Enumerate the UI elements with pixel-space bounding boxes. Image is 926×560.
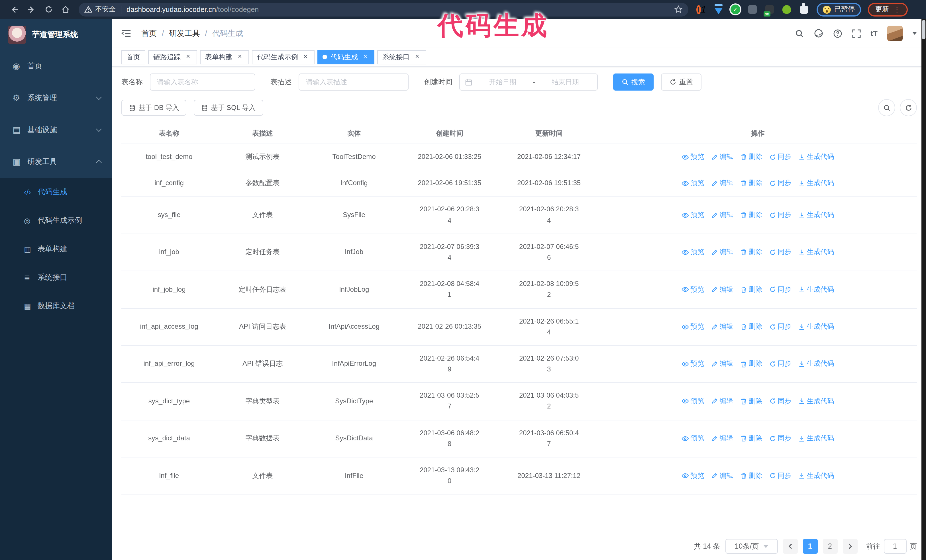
- edit-link[interactable]: 编辑: [711, 470, 733, 481]
- sidebar-item-home[interactable]: ◉首页: [0, 50, 112, 82]
- delete-link[interactable]: 删除: [740, 247, 763, 258]
- edit-link[interactable]: 编辑: [711, 284, 733, 295]
- generate-code-link[interactable]: 生成代码: [798, 247, 834, 258]
- security-warning[interactable]: 不安全: [84, 5, 116, 14]
- tab-close-icon[interactable]: ×: [184, 53, 192, 61]
- preview-link[interactable]: 预览: [682, 470, 704, 481]
- sidebar-subitem-codegen[interactable]: ‹/›代码生成: [0, 178, 112, 206]
- url-text[interactable]: dashboard.yudao.iocoder.cn/tool/codegen: [127, 5, 671, 14]
- create-time-range-picker[interactable]: 开始日期 - 结束日期: [459, 74, 598, 91]
- date-end-placeholder[interactable]: 结束日期: [539, 77, 592, 87]
- github-icon[interactable]: [814, 29, 823, 38]
- tab-close-icon[interactable]: ×: [361, 53, 369, 61]
- delete-link[interactable]: 删除: [740, 433, 763, 444]
- browser-menu-icon[interactable]: ⋮: [894, 5, 900, 14]
- prev-page-button[interactable]: [783, 539, 797, 554]
- date-start-placeholder[interactable]: 开始日期: [476, 77, 530, 87]
- table-desc-input[interactable]: [299, 74, 409, 91]
- generate-code-link[interactable]: 生成代码: [798, 210, 834, 220]
- table-name-input[interactable]: [150, 74, 255, 91]
- next-page-button[interactable]: [843, 539, 857, 554]
- sync-link[interactable]: 同步: [769, 321, 791, 332]
- reset-button[interactable]: 重置: [661, 74, 702, 91]
- breadcrumb-devtools[interactable]: 研发工具: [169, 28, 200, 38]
- import-db-button[interactable]: 基于 DB 导入: [121, 100, 187, 116]
- font-size-icon[interactable]: tT: [870, 29, 878, 38]
- tab-system-api[interactable]: 系统接口×: [377, 50, 426, 64]
- sidebar-item-system-mgmt[interactable]: ⚙系统管理: [0, 82, 112, 114]
- generate-code-link[interactable]: 生成代码: [798, 359, 834, 370]
- tab-close-icon[interactable]: ×: [413, 53, 421, 61]
- breadcrumb-home[interactable]: 首页: [141, 28, 157, 38]
- check-extension-icon[interactable]: ✓: [731, 5, 740, 14]
- edit-link[interactable]: 编辑: [711, 210, 733, 220]
- edit-link[interactable]: 编辑: [711, 151, 733, 162]
- sync-link[interactable]: 同步: [769, 359, 791, 370]
- preview-link[interactable]: 预览: [682, 284, 704, 295]
- bookmark-star-icon[interactable]: [674, 5, 683, 14]
- tab-tracer[interactable]: 链路追踪×: [148, 50, 197, 64]
- delete-link[interactable]: 删除: [740, 178, 763, 189]
- delete-link[interactable]: 删除: [740, 470, 763, 481]
- tab-home[interactable]: 首页: [121, 50, 145, 64]
- sync-link[interactable]: 同步: [769, 210, 791, 220]
- user-avatar[interactable]: [887, 26, 903, 41]
- sync-link[interactable]: 同步: [769, 396, 791, 407]
- edit-link[interactable]: 编辑: [711, 359, 733, 370]
- sidebar-subitem-form-builder[interactable]: ▥表单构建: [0, 235, 112, 263]
- fullscreen-icon[interactable]: [852, 29, 861, 38]
- sidebar-subitem-db-doc[interactable]: ▦数据库文档: [0, 292, 112, 320]
- preview-link[interactable]: 预览: [682, 433, 704, 444]
- sync-link[interactable]: 同步: [769, 151, 791, 162]
- address-bar[interactable]: 不安全 dashboard.yudao.iocoder.cn/tool/code…: [79, 3, 688, 16]
- generate-code-link[interactable]: 生成代码: [798, 151, 834, 162]
- browser-back-icon[interactable]: [6, 3, 23, 16]
- delete-link[interactable]: 删除: [740, 210, 763, 220]
- preview-link[interactable]: 预览: [682, 359, 704, 370]
- sync-link[interactable]: 同步: [769, 433, 791, 444]
- page-scrollbar[interactable]: [921, 19, 926, 560]
- browser-reload-icon[interactable]: [40, 3, 57, 16]
- preview-link[interactable]: 预览: [682, 247, 704, 258]
- search-icon[interactable]: [794, 29, 804, 38]
- toggle-search-button[interactable]: [878, 99, 895, 116]
- tab-codegen[interactable]: 代码生成×: [318, 50, 374, 64]
- delete-link[interactable]: 删除: [740, 359, 763, 370]
- tab-codegen-example[interactable]: 代码生成示例×: [252, 50, 315, 64]
- edit-link[interactable]: 编辑: [711, 396, 733, 407]
- profile-paused-badge[interactable]: 已暂停: [817, 3, 861, 16]
- puzzle-extension-icon[interactable]: [799, 5, 809, 14]
- preview-link[interactable]: 预览: [682, 210, 704, 220]
- page-number-button[interactable]: 2: [823, 539, 837, 554]
- tab-close-icon[interactable]: ×: [236, 53, 244, 61]
- page-number-button[interactable]: 1: [803, 539, 817, 554]
- sync-link[interactable]: 同步: [769, 247, 791, 258]
- sync-link[interactable]: 同步: [769, 284, 791, 295]
- preview-link[interactable]: 预览: [682, 151, 704, 162]
- edit-link[interactable]: 编辑: [711, 433, 733, 444]
- sidebar-subitem-codegen-example[interactable]: ◎代码生成示例: [0, 206, 112, 235]
- tab-close-icon[interactable]: ×: [301, 53, 309, 61]
- generate-code-link[interactable]: 生成代码: [798, 470, 834, 481]
- collapse-sidebar-icon[interactable]: [121, 29, 131, 38]
- sidebar-item-infrastructure[interactable]: ▤基础设施: [0, 114, 112, 146]
- refresh-table-button[interactable]: [900, 99, 917, 116]
- sync-link[interactable]: 同步: [769, 178, 791, 189]
- sync-link[interactable]: 同步: [769, 470, 791, 481]
- page-size-select[interactable]: 10条/页: [725, 539, 778, 554]
- on-badge-extension-icon[interactable]: on: [765, 5, 775, 14]
- gem-extension-icon[interactable]: [713, 5, 723, 14]
- tab-form-builder[interactable]: 表单构建×: [200, 50, 249, 64]
- edit-link[interactable]: 编辑: [711, 321, 733, 332]
- sidebar-item-dev-tools[interactable]: ▣研发工具: [0, 146, 112, 178]
- preview-link[interactable]: 预览: [682, 178, 704, 189]
- orange-extension-icon[interactable]: 1: [696, 5, 706, 14]
- preview-link[interactable]: 预览: [682, 396, 704, 407]
- delete-link[interactable]: 删除: [740, 151, 763, 162]
- browser-forward-icon[interactable]: [23, 3, 40, 16]
- delete-link[interactable]: 删除: [740, 321, 763, 332]
- delete-link[interactable]: 删除: [740, 284, 763, 295]
- edit-link[interactable]: 编辑: [711, 178, 733, 189]
- preview-link[interactable]: 预览: [682, 321, 704, 332]
- generate-code-link[interactable]: 生成代码: [798, 321, 834, 332]
